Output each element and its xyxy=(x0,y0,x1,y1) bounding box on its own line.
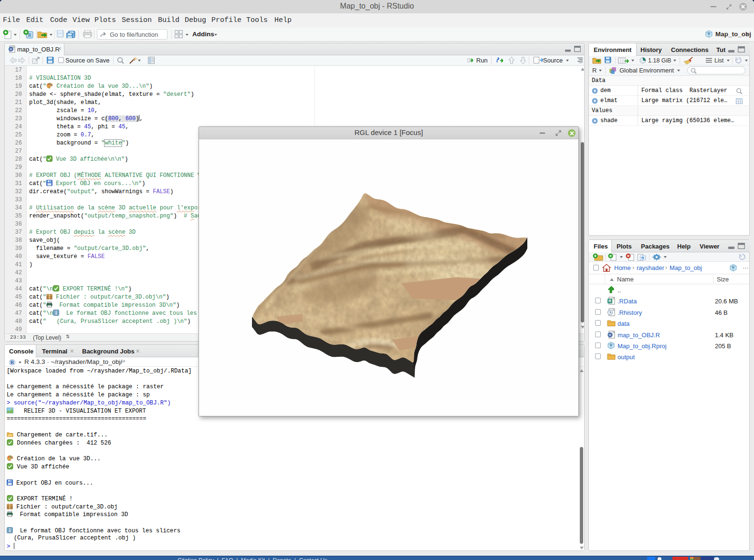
svg-text:R: R xyxy=(10,360,14,365)
svg-text:R: R xyxy=(10,47,12,52)
svg-text:R: R xyxy=(708,31,711,36)
svg-text:R: R xyxy=(610,343,613,347)
svg-text:R: R xyxy=(608,299,611,303)
svg-text:R: R xyxy=(609,333,612,337)
svg-text:R: R xyxy=(732,265,735,270)
svg-text:R: R xyxy=(28,32,31,38)
